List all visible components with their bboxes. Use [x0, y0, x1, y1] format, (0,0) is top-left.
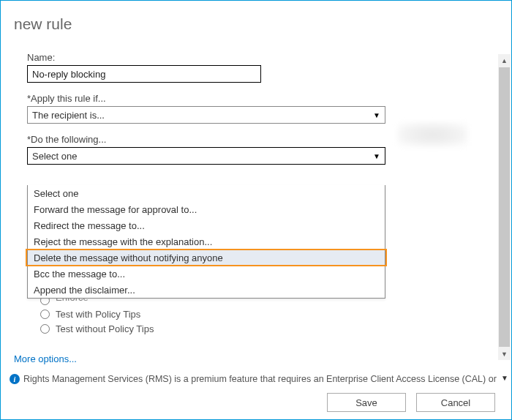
- save-button[interactable]: Save: [327, 393, 406, 412]
- action-dropdown-open: Select one Forward the message for appro…: [27, 185, 385, 299]
- action-value: Select one: [32, 151, 77, 162]
- cancel-button[interactable]: Cancel: [416, 393, 495, 412]
- apply-rule-combo[interactable]: The recipient is... ▼: [27, 106, 385, 124]
- dropdown-option[interactable]: Append the disclaimer...: [28, 282, 385, 298]
- dialog-footer: Save Cancel: [327, 393, 495, 412]
- mode-radios: Enforce Test with Policy Tips Test witho…: [40, 293, 154, 336]
- dialog-title: new rule: [14, 15, 72, 33]
- action-combo[interactable]: Select one ▼: [27, 147, 385, 165]
- radio-test-no-tips-input[interactable]: [40, 324, 50, 334]
- radio-test-tips-input[interactable]: [40, 310, 50, 319]
- dropdown-option[interactable]: Bcc the message to...: [28, 266, 385, 282]
- dialog-window: new rule ▲ ▼ Name: *Apply this rule if..…: [0, 0, 512, 420]
- dropdown-option[interactable]: Select one: [28, 185, 385, 201]
- scroll-thumb[interactable]: [499, 67, 510, 347]
- apply-rule-value: The recipient is...: [32, 110, 105, 121]
- dropdown-option[interactable]: Reject the message with the explanation.…: [28, 233, 385, 250]
- chevron-down-icon: ▼: [373, 152, 380, 160]
- vertical-scrollbar[interactable]: ▲ ▼: [498, 55, 511, 359]
- name-label: Name:: [27, 52, 489, 63]
- name-input[interactable]: [27, 65, 261, 83]
- scroll-down-button[interactable]: ▼: [498, 348, 511, 360]
- dropdown-option[interactable]: Forward the message for approval to...: [28, 201, 385, 217]
- info-scroll-icon[interactable]: ▼: [501, 374, 508, 382]
- radio-test-tips[interactable]: Test with Policy Tips: [40, 307, 154, 321]
- chevron-down-icon: ▼: [373, 111, 380, 119]
- info-bar: i Rights Management Services (RMS) is a …: [10, 374, 497, 384]
- info-text: Rights Management Services (RMS) is a pr…: [23, 374, 497, 384]
- scroll-up-button[interactable]: ▲: [498, 54, 511, 67]
- redacted-region: [398, 123, 467, 146]
- radio-test-no-tips[interactable]: Test without Policy Tips: [40, 321, 154, 336]
- dropdown-option-highlighted[interactable]: Delete the message without notifying any…: [28, 250, 385, 266]
- apply-rule-label: *Apply this rule if...: [27, 93, 489, 104]
- more-options-link[interactable]: More options...: [14, 353, 77, 364]
- dropdown-option[interactable]: Redirect the message to...: [28, 217, 385, 233]
- info-icon: i: [10, 374, 20, 384]
